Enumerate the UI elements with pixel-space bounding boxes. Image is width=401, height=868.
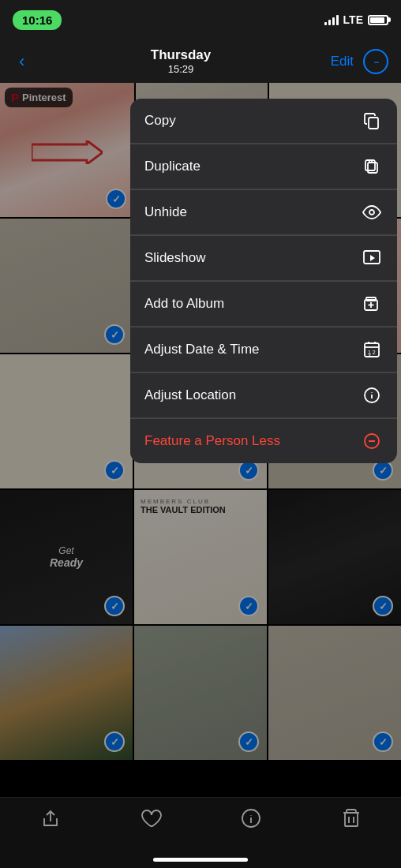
edit-button[interactable]: Edit xyxy=(331,54,354,69)
minus-circle-icon xyxy=(361,430,383,452)
svg-rect-3 xyxy=(365,160,375,170)
svg-rect-2 xyxy=(368,163,377,173)
signal-bars-icon xyxy=(324,14,339,25)
context-menu-overlay[interactable]: Copy Duplicate xyxy=(0,83,401,868)
menu-item-adjust-location-label: Adjust Location xyxy=(144,387,236,403)
svg-text:3: 3 xyxy=(368,353,371,358)
play-icon xyxy=(361,247,383,269)
nav-bar: ‹ Thursday 15:29 Edit ··· xyxy=(0,39,401,83)
menu-item-add-to-album[interactable]: Add to Album xyxy=(130,282,397,327)
status-time: 10:16 xyxy=(13,10,62,30)
nav-subtitle: 15:29 xyxy=(151,63,212,75)
duplicate-icon xyxy=(361,155,383,178)
menu-item-feature-less[interactable]: Feature a Person Less xyxy=(130,419,397,463)
nav-title: Thursday xyxy=(151,47,212,63)
back-button[interactable]: ‹ xyxy=(13,45,31,78)
context-menu: Copy Duplicate xyxy=(130,99,397,463)
menu-item-slideshow[interactable]: Slideshow xyxy=(130,236,397,281)
svg-marker-8 xyxy=(370,255,375,261)
menu-item-unhide[interactable]: Unhide xyxy=(130,190,397,235)
info-icon xyxy=(361,384,383,406)
nav-right: Edit ··· xyxy=(331,49,388,74)
svg-rect-1 xyxy=(369,118,378,129)
menu-item-slideshow-label: Slideshow xyxy=(144,250,206,266)
home-indicator xyxy=(153,858,248,862)
battery-icon xyxy=(368,15,388,25)
eye-icon xyxy=(361,201,383,223)
menu-item-feature-less-label: Feature a Person Less xyxy=(144,433,280,449)
menu-item-duplicate[interactable]: Duplicate xyxy=(130,144,397,189)
menu-item-copy[interactable]: Copy xyxy=(130,99,397,144)
copy-icon xyxy=(361,110,383,132)
nav-center: Thursday 15:29 xyxy=(151,47,212,75)
menu-item-adjust-date-label: Adjust Date & Time xyxy=(144,342,260,357)
menu-item-add-album-label: Add to Album xyxy=(144,296,224,312)
calendar-icon: 1 2 3 xyxy=(361,339,383,361)
add-album-icon xyxy=(361,293,383,315)
svg-rect-10 xyxy=(366,297,376,301)
svg-point-6 xyxy=(369,210,374,215)
menu-item-adjust-location[interactable]: Adjust Location xyxy=(130,373,397,418)
menu-item-copy-label: Copy xyxy=(144,113,176,129)
menu-item-adjust-date[interactable]: Adjust Date & Time 1 2 3 xyxy=(130,327,397,372)
more-button[interactable]: ··· xyxy=(363,49,388,74)
status-right: LTE xyxy=(324,13,388,26)
lte-label: LTE xyxy=(343,13,363,26)
menu-item-unhide-label: Unhide xyxy=(144,204,187,220)
status-bar: 10:16 LTE xyxy=(0,0,401,39)
menu-item-duplicate-label: Duplicate xyxy=(144,159,200,174)
